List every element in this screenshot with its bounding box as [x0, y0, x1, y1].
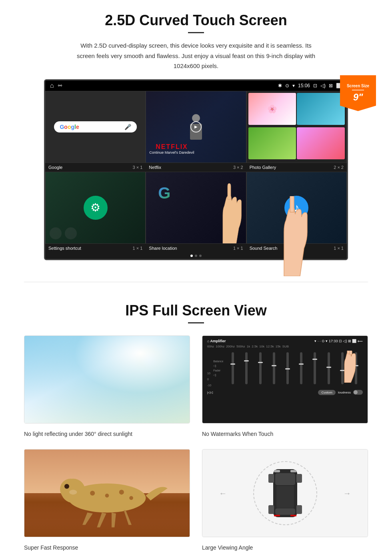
google-logo: Google	[60, 124, 79, 130]
svg-point-7	[64, 484, 69, 488]
sound-search-cell[interactable]: ♪	[246, 172, 347, 244]
feature-caption-3: Super Fast Response	[24, 544, 190, 551]
car-visual: ← →	[202, 450, 368, 537]
photos-label: Photo Gallery 2 × 2	[246, 163, 347, 172]
sky-image	[24, 335, 190, 424]
svg-rect-13	[268, 474, 274, 483]
car-top-view-svg	[265, 461, 305, 525]
sound-name: Sound Search	[250, 246, 278, 251]
home-icon[interactable]: ⌂	[50, 82, 54, 89]
feature-no-reflection: No light reflecting under 360° direct su…	[24, 335, 190, 437]
close-icon: ⊠	[329, 83, 333, 88]
page-dot-2	[195, 255, 197, 257]
car-circle	[253, 461, 317, 525]
svg-point-2	[90, 490, 95, 495]
section2-title-underline	[188, 322, 204, 323]
features-grid: No light reflecting under 360° direct su…	[24, 335, 368, 551]
hand-pointing-svg	[202, 183, 246, 244]
netflix-label-area: NETFLIX Continue Marvel's Daredevil	[149, 143, 194, 155]
svg-point-6	[60, 478, 81, 500]
feature-caption-1: No light reflecting under 360° direct su…	[24, 431, 190, 437]
badge-size: 9"	[353, 92, 363, 103]
bluetooth-icon: ✱	[278, 83, 282, 88]
sky-visual	[24, 336, 190, 423]
status-bar: ⌂ ⚯ ✱ ⊙ ▾ 15:06 ⊡ ◁) ⊠ ⬜	[45, 80, 347, 91]
photo-thumb-3	[248, 127, 296, 159]
usb-icon: ⚯	[58, 83, 62, 88]
amp-controls: |◁◁ Custom loudness	[206, 388, 364, 397]
loudness-toggle[interactable]	[353, 390, 363, 395]
share-name: Share location	[149, 246, 177, 251]
cheetah-image	[24, 449, 190, 537]
svg-rect-14	[296, 474, 302, 483]
amp-status: ▾ · · ⊙ ▾ 17:33 ⊡ ◁) ⊠ ⬜ ⟵	[314, 339, 363, 343]
feature-fast-response: Super Fast Response	[24, 449, 190, 551]
sound-label: Sound Search 1 × 1	[246, 244, 347, 253]
section1-title: 2.5D Curved Touch Screen	[24, 12, 368, 29]
app-labels-row-1: Google 3 × 1 Netflix 3 × 2 Photo Gallery…	[45, 163, 347, 172]
device-screen: ⌂ ⚯ ✱ ⊙ ▾ 15:06 ⊡ ◁) ⊠ ⬜	[44, 79, 348, 260]
feature-caption-4: Large Viewing Angle	[202, 544, 368, 551]
page-indicator	[45, 253, 347, 259]
svg-rect-17	[274, 470, 280, 472]
amp-back-btn[interactable]: |◁◁	[207, 391, 213, 394]
location-icon: ⊙	[285, 83, 289, 88]
google-mic-icon[interactable]: 🎤	[124, 124, 131, 130]
section-divider	[24, 282, 368, 282]
amp-title: ⌂ Amplifier	[207, 339, 226, 343]
photo-gallery-cell[interactable]: 🌸	[246, 91, 347, 163]
section1-description: With 2.5D curved-display screen, this de…	[76, 40, 316, 71]
netflix-app-cell[interactable]: ▶ NETFLIX Continue Marvel's Daredevil	[146, 91, 246, 163]
svg-rect-11	[276, 486, 294, 508]
settings-bg-decorations	[50, 227, 77, 239]
car-image: ← →	[202, 449, 368, 537]
netflix-name: Netflix	[149, 165, 161, 170]
badge-label: Screen Size	[347, 84, 369, 88]
app-grid-row2: ⚙ G ♪	[45, 172, 347, 244]
amplifier-visual: ⌂ Amplifier ▾ · · ⊙ ▾ 17:33 ⊡ ◁) ⊠ ⬜ ⟵ 6…	[202, 336, 368, 423]
settings-app-cell[interactable]: ⚙	[45, 172, 146, 244]
feature-wide-angle: ← → Large Viewing Angle	[202, 449, 368, 551]
page-dot-3	[199, 255, 202, 257]
netflix-subtitle: Continue Marvel's Daredevil	[149, 151, 194, 155]
sound-size: 1 × 1	[334, 246, 344, 251]
feature-caption-2: No Watermarks When Touch	[202, 431, 368, 437]
google-app-cell[interactable]: Google 🎤	[45, 91, 146, 163]
photo-thumb-1: 🌸	[248, 93, 296, 125]
svg-rect-18	[290, 470, 296, 472]
svg-rect-19	[274, 515, 280, 516]
status-bar-left: ⌂ ⚯	[50, 82, 62, 89]
photos-size: 2 × 2	[334, 165, 344, 170]
photo-thumb-4	[297, 127, 345, 159]
screen-size-badge: Screen Size 9"	[340, 75, 376, 111]
time-display: 15:06	[298, 83, 310, 88]
volume-icon: ◁)	[320, 83, 326, 88]
section-ips-fullscreen: IPS Full Screen View No light reflecting…	[0, 294, 392, 558]
play-button[interactable]: ▶	[190, 121, 202, 132]
eq-hand-svg	[336, 351, 360, 383]
custom-btn[interactable]: Custom	[318, 390, 336, 395]
netflix-logo-text: NETFLIX	[149, 143, 194, 151]
sound-icon: ♪	[284, 196, 308, 220]
svg-point-8	[69, 490, 77, 494]
svg-point-5	[129, 496, 133, 500]
amp-header: ⌂ Amplifier ▾ · · ⊙ ▾ 17:33 ⊡ ◁) ⊠ ⬜ ⟵	[206, 339, 364, 343]
badge-line	[352, 90, 364, 90]
app-labels-row-2: Settings shortcut 1 × 1 Share location 1…	[45, 244, 347, 253]
cheetah-visual	[24, 450, 190, 537]
title-underline	[188, 32, 204, 33]
page-dot-1	[190, 255, 193, 257]
share-location-cell[interactable]: G	[146, 172, 246, 244]
svg-point-3	[105, 494, 109, 498]
amplifier-image: ⌂ Amplifier ▾ · · ⊙ ▾ 17:33 ⊡ ◁) ⊠ ⬜ ⟵ 6…	[202, 335, 368, 424]
app-grid: Google 🎤	[45, 91, 347, 163]
netflix-label: Netflix 3 × 2	[146, 163, 246, 172]
google-search-bar[interactable]: Google 🎤	[54, 121, 136, 132]
svg-rect-12	[275, 508, 295, 515]
photo-thumb-2	[297, 93, 345, 125]
wifi-icon: ▾	[292, 83, 295, 88]
google-label: Google 3 × 1	[45, 163, 146, 172]
settings-icon: ⚙	[84, 196, 108, 220]
device-wrapper: Screen Size 9" ⌂ ⚯ ✱ ⊙ ▾ 15:06 ⊡ ◁) ⊠	[44, 79, 348, 260]
svg-point-4	[119, 490, 124, 494]
